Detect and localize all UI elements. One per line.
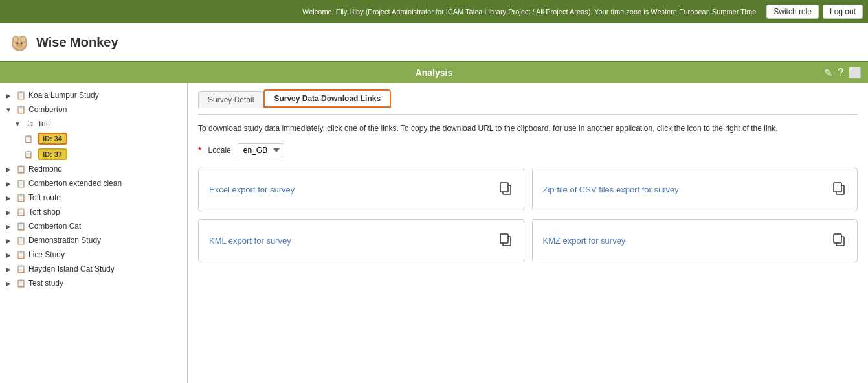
- tabs: Survey Detail Survey Data Download Links: [198, 89, 858, 108]
- svg-point-9: [17, 43, 18, 44]
- toggle-comberton-cat[interactable]: ▶: [4, 222, 13, 231]
- svg-rect-18: [834, 234, 841, 243]
- download-card-kml[interactable]: KML export for survey: [198, 219, 524, 262]
- sidebar-item-demo[interactable]: ▶ 📋 Demonstration Study: [0, 233, 187, 248]
- sidebar-item-toft-shop[interactable]: ▶ 📋 Toft shop: [0, 205, 187, 219]
- top-bar: Welcome, Elly Hiby (Project Administrato…: [0, 0, 868, 23]
- toggle-toft[interactable]: ▼: [13, 119, 22, 128]
- sidebar-item-comberton-cat[interactable]: ▶ 📋 Comberton Cat: [0, 219, 187, 233]
- sidebar-item-survey37[interactable]: 📋 ID: 37: [0, 146, 187, 162]
- svg-point-10: [21, 43, 22, 44]
- logout-button[interactable]: Log out: [823, 5, 863, 19]
- toggle-comberton-ext[interactable]: ▶: [4, 179, 13, 188]
- study-icon-comberton: 📋: [16, 104, 26, 115]
- toggle-koala[interactable]: ▶: [4, 91, 13, 100]
- zip-csv-download-link[interactable]: Zip file of CSV files export for survey: [543, 185, 679, 194]
- study-icon-comberton-ext: 📋: [16, 178, 26, 189]
- tab-survey-data-download[interactable]: Survey Data Download Links: [263, 89, 391, 108]
- study-icon-comberton-cat: 📋: [16, 221, 26, 231]
- study-icon-test: 📋: [16, 278, 26, 288]
- sidebar-item-toft[interactable]: ▼ 🗂 Toft: [0, 117, 187, 131]
- sidebar-item-survey34[interactable]: 📋 ID: 34: [0, 131, 187, 146]
- sidebar: ▶ 📋 Koala Lumpur Study ▼ 📋 Comberton ▼ 🗂…: [0, 83, 188, 383]
- sidebar-item-comberton[interactable]: ▼ 📋 Comberton: [0, 102, 187, 117]
- study-icon-demo: 📋: [16, 235, 26, 246]
- excel-download-link[interactable]: Excel export for survey: [209, 185, 295, 194]
- logo-area: Wise Monkey: [6, 29, 123, 55]
- svg-point-8: [16, 44, 23, 48]
- sidebar-label-comberton-cat: Comberton Cat: [28, 222, 81, 231]
- survey-badge-37[interactable]: ID: 37: [38, 148, 67, 160]
- study-icon-hayden: 📋: [16, 264, 26, 274]
- switch-role-button[interactable]: Switch role: [766, 5, 819, 19]
- copy-icon-excel[interactable]: [498, 180, 513, 199]
- svg-rect-14: [834, 183, 841, 192]
- download-card-excel[interactable]: Excel export for survey: [198, 168, 524, 211]
- copy-icon-kml[interactable]: [498, 231, 513, 250]
- tabs-border: [198, 114, 858, 115]
- description-text: To download study data immediately, clic…: [198, 122, 858, 134]
- sidebar-label-lice: Lice Study: [28, 250, 65, 259]
- locale-select[interactable]: en_GB en_US fr_FR de_DE: [238, 143, 284, 157]
- toggle-demo[interactable]: ▶: [4, 236, 13, 245]
- svg-rect-12: [500, 183, 508, 192]
- study-icon-toft-shop: 📋: [16, 207, 26, 217]
- copy-icon-zip-csv[interactable]: [831, 180, 847, 199]
- sidebar-label-comberton-ext: Comberton extended clean: [28, 179, 122, 188]
- download-card-zip-csv[interactable]: Zip file of CSV files export for survey: [532, 168, 858, 211]
- analysis-bar: Analysis ✎ ? ⬜: [0, 62, 868, 83]
- toggle-hayden[interactable]: ▶: [4, 264, 13, 273]
- analysis-bar-icons: ✎ ? ⬜: [824, 67, 862, 79]
- sidebar-label-demo: Demonstration Study: [28, 236, 101, 245]
- content-area: Survey Detail Survey Data Download Links…: [188, 83, 868, 383]
- logo-title: Wise Monkey: [36, 35, 118, 50]
- kml-download-link[interactable]: KML export for survey: [209, 236, 291, 246]
- toggle-redmond[interactable]: ▶: [4, 165, 13, 174]
- download-card-kmz[interactable]: KMZ export for survey: [532, 219, 858, 262]
- sidebar-label-test: Test study: [28, 279, 63, 288]
- export-icon[interactable]: ⬜: [849, 67, 862, 79]
- sidebar-item-redmond[interactable]: ▶ 📋 Redmond: [0, 162, 187, 176]
- help-icon[interactable]: ?: [838, 67, 843, 79]
- main-layout: ▶ 📋 Koala Lumpur Study ▼ 📋 Comberton ▼ 🗂…: [0, 83, 868, 383]
- sidebar-label-koala: Koala Lumpur Study: [28, 91, 99, 100]
- header: Wise Monkey: [0, 23, 868, 62]
- sidebar-item-comberton-ext[interactable]: ▶ 📋 Comberton extended clean: [0, 176, 187, 191]
- sidebar-item-lice[interactable]: ▶ 📋 Lice Study: [0, 248, 187, 262]
- logo-monkey-icon: [6, 29, 32, 55]
- copy-icon-kmz[interactable]: [831, 231, 847, 250]
- toggle-toft-shop[interactable]: ▶: [4, 207, 13, 216]
- toggle-test[interactable]: ▶: [4, 279, 13, 288]
- study-icon-lice: 📋: [16, 250, 26, 260]
- sidebar-item-hayden[interactable]: ▶ 📋 Hayden Island Cat Study: [0, 262, 187, 276]
- required-star: *: [198, 145, 201, 156]
- sidebar-label-toft-route: Toft route: [28, 193, 61, 202]
- toggle-comberton[interactable]: ▼: [4, 105, 13, 114]
- survey-icon-37: 📋: [23, 149, 34, 159]
- svg-point-5: [21, 37, 25, 42]
- survey-icon-34: 📋: [23, 133, 34, 144]
- svg-point-4: [14, 37, 17, 42]
- toggle-lice[interactable]: ▶: [4, 250, 13, 259]
- sidebar-label-comberton: Comberton: [28, 105, 67, 114]
- locale-row: * Locale en_GB en_US fr_FR de_DE: [198, 143, 858, 157]
- sidebar-item-koala[interactable]: ▶ 📋 Koala Lumpur Study: [0, 88, 187, 102]
- toggle-toft-route[interactable]: ▶: [4, 193, 13, 202]
- sidebar-label-toft: Toft: [38, 119, 50, 128]
- kmz-download-link[interactable]: KMZ export for survey: [543, 236, 626, 246]
- study-icon-toft-route: 📋: [16, 192, 26, 203]
- download-grid: Excel export for survey Zip file of CSV …: [198, 168, 858, 262]
- folder-icon-toft: 🗂: [25, 119, 35, 129]
- svg-rect-16: [500, 234, 508, 243]
- sidebar-label-redmond: Redmond: [28, 165, 62, 174]
- sidebar-item-test[interactable]: ▶ 📋 Test study: [0, 276, 187, 290]
- locale-label: Locale: [208, 146, 230, 155]
- sidebar-label-toft-shop: Toft shop: [28, 207, 60, 216]
- study-icon-redmond: 📋: [16, 164, 26, 174]
- welcome-message: Welcome, Elly Hiby (Project Administrato…: [5, 8, 762, 16]
- analysis-title: Analysis: [416, 67, 453, 78]
- sidebar-item-toft-route[interactable]: ▶ 📋 Toft route: [0, 191, 187, 205]
- tab-survey-detail[interactable]: Survey Detail: [198, 91, 263, 108]
- edit-icon[interactable]: ✎: [824, 67, 832, 79]
- survey-badge-34[interactable]: ID: 34: [38, 133, 67, 145]
